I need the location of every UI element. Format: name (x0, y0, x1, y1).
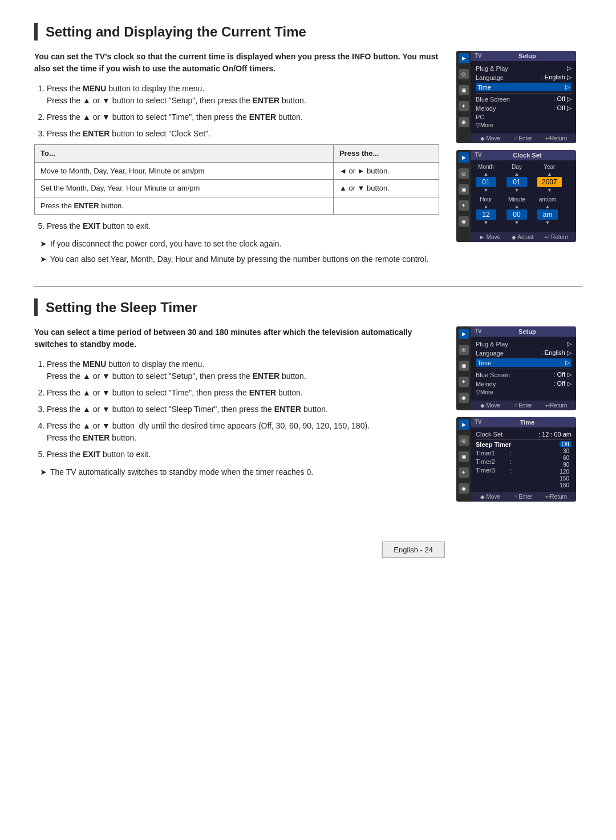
clock-bottom-row: Hour ▲ 12 ▼ Minute ▲ 00 ▼ (476, 196, 572, 225)
section2: Setting the Sleep Timer You can select a… (34, 298, 582, 502)
screen-title: Setup (518, 52, 536, 59)
note-arrow-icon: ➤ (40, 466, 47, 478)
table-row: Move to Month, Day, Year, Hour, Minute o… (35, 162, 439, 180)
sidebar-icon: ◉ (459, 393, 469, 403)
step-3: Press the ENTER button to select "Clock … (47, 128, 439, 140)
menu-item: Language : English ▷ (476, 74, 572, 81)
step2-2: Press the ▲ or ▼ button to select "Time"… (47, 387, 439, 399)
sidebar-icon: ▣ (459, 451, 469, 462)
sidebar-icon-active: ▶ (459, 53, 469, 63)
sidebar-icon: ✦ (459, 101, 469, 111)
sidebar-icon: ✦ (459, 377, 469, 387)
screen1-title: TV Setup (471, 51, 576, 61)
step2-3: Press the ▲ or ▼ button to select "Sleep… (47, 403, 439, 415)
note2-1: ➤ The TV automatically switches to stand… (40, 466, 439, 478)
month-label: Month (478, 164, 494, 170)
menu-item-time: Time ▷ (476, 83, 572, 91)
hour-label: Hour (480, 196, 492, 203)
hour-field: Hour ▲ 12 ▼ (476, 196, 496, 225)
screen1-footer: ◆ Move ☞Enter ↩Return (471, 134, 576, 143)
screen1-body: Plug & Play ▷ Language : English ▷ Time … (471, 61, 576, 134)
day-val: 01 (506, 177, 527, 187)
clock-set-screen: ▶ ◎ ▣ ✦ ◉ TV Clock Set (456, 150, 576, 242)
step-2: Press the ▲ or ▼ button to select "Time"… (47, 111, 439, 123)
month-field: Month ▲ 01 ▼ (476, 164, 496, 193)
menu-item: Plug & Play ▷ (476, 340, 572, 348)
table-row: Press the ENTER button. (35, 197, 439, 215)
sidebar-icon: ◎ (459, 168, 469, 179)
timer-option-180: 180 (557, 482, 572, 488)
timer-option-off: Off (560, 441, 572, 447)
step2-5: Press the EXIT button to exit. (47, 449, 439, 461)
timer-options: Off 30 60 90 120 150 180 (557, 441, 572, 488)
section1-content: You can set the TV's clock so that the c… (34, 51, 439, 269)
section2-intro: You can select a time period of between … (34, 326, 439, 350)
step-5: Press the EXIT button to exit. (47, 220, 439, 232)
sidebar-icon: ▣ (459, 184, 469, 195)
menu-item: Blue Screen : Off ▷ (476, 95, 572, 103)
step-1: Press the MENU button to display the men… (47, 83, 439, 107)
note-arrow-icon: ➤ (40, 238, 47, 250)
time-screen-footer: ◆ Move ☞Enter ↩Return (471, 492, 576, 502)
timer-option-90: 90 (561, 462, 572, 468)
timer-option-150: 150 (557, 475, 572, 482)
section1-steps: Press the MENU button to display the men… (34, 83, 439, 232)
sleep-timer-screen: ▶ ◎ ▣ ✦ ◉ TV Time Clock Set (456, 417, 576, 502)
minute-label: Minute (508, 196, 525, 203)
sidebar-icon-active: ▶ (459, 329, 469, 339)
menu-item: Language : English ▷ (476, 349, 572, 357)
sidebar-icon: ▣ (459, 85, 469, 95)
ampm-field: am/pm ▲ am ▼ (537, 196, 558, 225)
clock-set-footer: ► Move ◆ Adjust ↩ Return (471, 232, 576, 242)
note-2: ➤ You can also set Year, Month, Day, Hou… (40, 253, 439, 265)
sidebar-icon: ◎ (459, 69, 469, 79)
year-label: Year (544, 164, 555, 170)
section2-title: Setting the Sleep Timer (34, 298, 582, 316)
clock-set-body: Month ▲ 01 ▼ Day ▲ 01 ▼ (471, 160, 576, 232)
timer-option-60: 60 (561, 455, 572, 461)
timer-option-30: 30 (561, 448, 572, 454)
tv-label: TV (475, 152, 482, 158)
table-col2-header: Press the... (333, 145, 439, 163)
clock-top-row: Month ▲ 01 ▼ Day ▲ 01 ▼ (476, 164, 572, 193)
step2-1: Press the MENU button to display the men… (47, 358, 439, 382)
sidebar-icon: ◉ (459, 216, 469, 227)
menu-item: ▽More (476, 122, 572, 128)
tv-content: TV Setup Plug & Play ▷ Language : Englis… (471, 326, 576, 410)
setup2-title: TV Setup (471, 326, 576, 337)
timer1-item: Timer1 : (476, 450, 511, 457)
year-val: 2007 (537, 177, 562, 187)
table-row: Set the Month, Day, Year, Hour Minute or… (35, 180, 439, 197)
minute-val: 00 (506, 209, 527, 220)
note-arrow-icon: ➤ (40, 253, 47, 265)
table-cell: Set the Month, Day, Year, Hour Minute or… (35, 180, 334, 197)
timer2-item: Timer2 : (476, 458, 511, 465)
year-field: Year ▲ 2007 ▼ (537, 164, 562, 193)
sidebar-icon: ✦ (459, 467, 469, 478)
menu-item: Melody : Off ▷ (476, 380, 572, 387)
table-cell: ◄ or ► button. (333, 162, 439, 180)
sidebar-icon: ◉ (459, 483, 469, 494)
page-footer: English - 24 (382, 542, 445, 558)
sidebar-icon: ◉ (459, 117, 469, 127)
tv-sidebar: ▶ ◎ ▣ ✦ ◉ (456, 417, 471, 502)
day-field: Day ▲ 01 ▼ (506, 164, 527, 193)
tv-label: TV (475, 52, 482, 59)
time-screen-body: Clock Set : 12 : 00 am Sleep Timer (471, 427, 576, 492)
note-1: ➤ If you disconnect the power cord, you … (40, 238, 439, 250)
table-cell: Press the ENTER button. (35, 197, 334, 215)
table-col1-header: To... (35, 145, 334, 163)
tv-content: TV Setup Plug & Play ▷ Language : Englis… (471, 51, 576, 143)
setup-screen-1: ▶ ◎ ▣ ✦ ◉ TV Setup Plug & Play (456, 51, 576, 143)
section1: Setting and Displaying the Current Time … (34, 23, 582, 269)
tv-sidebar: ▶ ◎ ▣ ✦ ◉ (456, 51, 471, 143)
timer-option-120: 120 (557, 469, 572, 475)
tv-content: TV Clock Set Month ▲ 01 ▼ (471, 150, 576, 242)
setup-screen-2: ▶ ◎ ▣ ✦ ◉ TV Setup Plug & Play (456, 326, 576, 410)
section1-screens: ▶ ◎ ▣ ✦ ◉ TV Setup Plug & Play (456, 51, 582, 269)
sleep-timer-item: Sleep Timer (476, 441, 511, 448)
setup2-body: Plug & Play ▷ Language : English ▷ Time … (471, 337, 576, 401)
step-4-table: To... Press the... Move to Month, Day, Y… (34, 144, 439, 215)
menu-item-time: Time ▷ (476, 358, 572, 367)
sidebar-icon-active: ▶ (459, 419, 469, 430)
